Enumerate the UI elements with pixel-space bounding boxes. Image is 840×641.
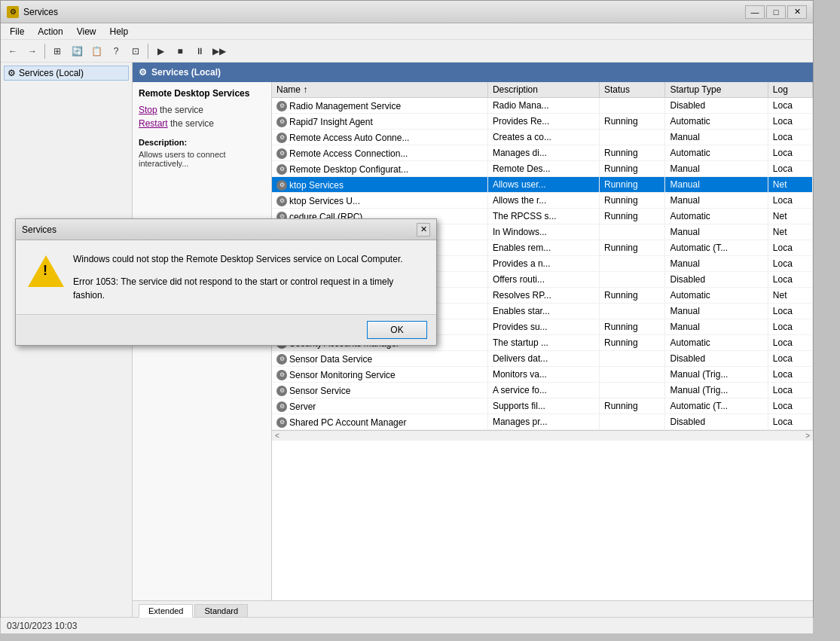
dialog-messages: Windows could not stop the Remote Deskto…	[73, 252, 424, 302]
dialog-footer: OK	[16, 314, 436, 345]
dialog-message2: Error 1053: The service did not respond …	[73, 275, 424, 302]
dialog-message1: Windows could not stop the Remote Deskto…	[73, 252, 424, 266]
ok-button[interactable]: OK	[367, 321, 427, 339]
warning-exclaim: !	[43, 263, 47, 279]
dialog-title: Services	[22, 224, 57, 235]
status-bar: 03/10/2023 10:03	[1, 617, 813, 633]
dialog-body: ! Windows could not stop the Remote Desk…	[16, 240, 436, 314]
warning-icon: !	[28, 252, 64, 288]
dialog-title-bar: Services ✕	[16, 219, 436, 240]
error-dialog: Services ✕ ! Windows could not stop the …	[15, 218, 437, 346]
status-datetime: 03/10/2023 10:03	[7, 621, 77, 631]
dialog-close-button[interactable]: ✕	[417, 223, 430, 237]
dialog-overlay: Services ✕ ! Windows could not stop the …	[0, 0, 814, 618]
